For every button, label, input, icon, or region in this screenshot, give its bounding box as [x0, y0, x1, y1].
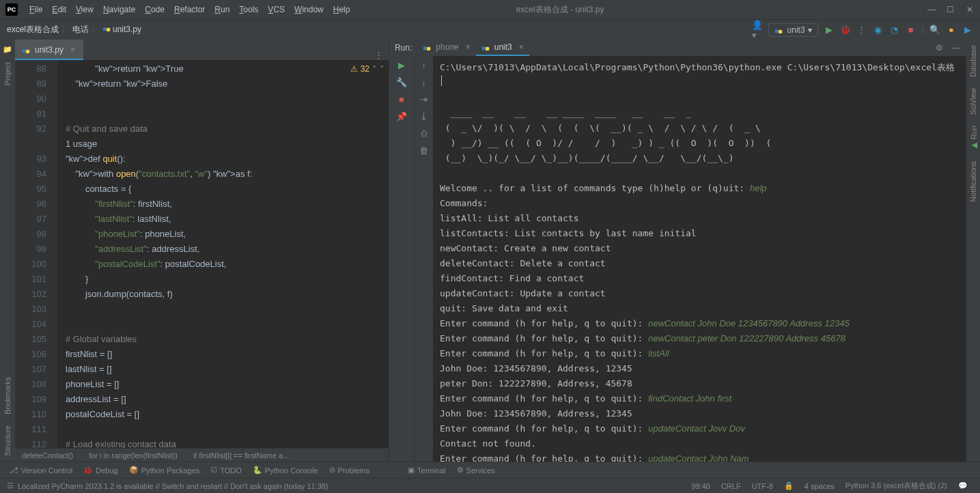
trash-icon[interactable]: 🗑: [419, 145, 428, 156]
code-crumb[interactable]: for i in range(len(firstNlist)): [89, 451, 178, 460]
stop-button-icon[interactable]: ■: [906, 25, 916, 36]
bottom-terminal[interactable]: ▣Terminal: [402, 466, 451, 475]
warnings-badge[interactable]: ⚠ 32: [350, 64, 369, 74]
coverage-icon[interactable]: ◉: [873, 25, 884, 36]
pyconsole-icon: 🐍: [253, 466, 262, 475]
close-icon[interactable]: ×: [466, 42, 471, 52]
rail-database[interactable]: Database: [969, 40, 977, 83]
rail-notifications[interactable]: Notifications: [969, 156, 977, 208]
run-settings-icon[interactable]: ⚙: [934, 42, 944, 53]
encoding[interactable]: UTF-8: [746, 482, 779, 490]
app-logo: PC: [5, 3, 18, 16]
chat-icon[interactable]: 💬: [953, 481, 973, 490]
bottom-todo[interactable]: ☑TODO: [205, 466, 247, 475]
maximize-button[interactable]: ☐: [946, 5, 955, 14]
code-area[interactable]: "kw">return "kw">True "kw">return "kw">F…: [57, 60, 389, 448]
inspection-nav[interactable]: ˄˅: [372, 64, 384, 74]
run-tab-unit3[interactable]: unit3 ×: [476, 40, 529, 56]
menu-code[interactable]: Code: [140, 5, 169, 14]
menu-run[interactable]: Run: [210, 5, 234, 14]
run-config-label: unit3: [787, 25, 805, 35]
nav-toolbar: excel表格合成〉电话〉unit3.py 👤▾ unit3 ▾ ▶ 🐞 ⋮ ◉…: [0, 19, 980, 40]
rerun-icon[interactable]: ▶: [398, 60, 405, 70]
debug-button-icon[interactable]: 🐞: [840, 25, 851, 36]
editor-menu-icon[interactable]: ⋮: [369, 50, 389, 60]
print-icon[interactable]: ⎙: [421, 128, 427, 139]
console-output[interactable]: C:\Users\71013\AppData\Local\Programs\Py…: [433, 56, 966, 462]
svg-rect-5: [26, 50, 29, 53]
run-tab-phone[interactable]: phone ×: [417, 40, 475, 56]
code-crumb[interactable]: deleteContact(): [22, 451, 73, 460]
rail-structure[interactable]: Structure: [3, 420, 12, 462]
menu-refactor[interactable]: Refactor: [169, 5, 210, 14]
pin-icon[interactable]: 📌: [396, 111, 407, 122]
python-icon: [22, 47, 30, 55]
more-run-icon[interactable]: ⋮: [856, 25, 867, 36]
bug-icon: 🐞: [83, 466, 93, 475]
editor-breadcrumb: deleteContact()〉for i in range(len(first…: [15, 448, 389, 462]
status-message: Localized PyCharm 2023.1.2 is available …: [18, 482, 328, 490]
rail-project[interactable]: Project: [3, 57, 12, 91]
scroll-end-icon[interactable]: ⤓: [420, 111, 428, 122]
profile-icon[interactable]: ◔: [889, 25, 900, 36]
run-button-icon[interactable]: ▶: [824, 25, 835, 36]
bottom-services[interactable]: ⚙Services: [451, 466, 501, 475]
breadcrumb-item[interactable]: unit3.py: [102, 25, 141, 34]
window-controls: — ☐ ✕: [927, 5, 975, 14]
svg-rect-2: [774, 29, 778, 33]
bottom-bug[interactable]: 🐞Debug: [78, 466, 123, 475]
close-button[interactable]: ✕: [965, 5, 975, 14]
readonly-lock-icon[interactable]: 🔒: [779, 481, 799, 490]
bottom-pyconsole[interactable]: 🐍Python Console: [247, 466, 324, 475]
menu-vcs[interactable]: VCS: [263, 5, 290, 14]
project-tool-icon[interactable]: 📁: [0, 42, 15, 57]
menu-view[interactable]: View: [71, 5, 98, 14]
editor-body[interactable]: ⚠ 32 ˄˅ 8889909192 939495969798991001011…: [15, 60, 389, 448]
close-tab-icon[interactable]: ×: [70, 45, 75, 55]
breadcrumb-item[interactable]: 电话: [72, 25, 89, 34]
rail-sciview[interactable]: SciView: [969, 83, 977, 120]
up-arrow-icon[interactable]: ↑: [421, 60, 426, 70]
indent[interactable]: 4 spaces: [799, 482, 840, 490]
menu-tools[interactable]: Tools: [234, 5, 263, 14]
code-crumb[interactable]: if firstNlist[i] == firstName a...: [193, 451, 290, 460]
bottom-problems[interactable]: ⊘Problems: [324, 466, 375, 475]
menu-help[interactable]: Help: [328, 5, 355, 14]
rail-bookmarks[interactable]: Bookmarks: [3, 371, 12, 420]
line-ending[interactable]: CRLF: [716, 482, 746, 490]
search-icon[interactable]: 🔍: [929, 25, 940, 36]
bottom-package[interactable]: 📦Python Packages: [124, 466, 206, 475]
breadcrumb: excel表格合成〉电话〉unit3.py: [7, 24, 141, 36]
caret-position[interactable]: 99:40: [686, 482, 716, 490]
run-config-selector[interactable]: unit3 ▾: [768, 23, 818, 37]
close-icon[interactable]: ×: [519, 42, 524, 52]
menu-navigate[interactable]: Navigate: [98, 5, 140, 14]
editor-tab-label: unit3.py: [35, 45, 64, 55]
run-label: Run:: [395, 43, 412, 53]
run-minimize-icon[interactable]: —: [950, 42, 961, 53]
right-tool-rail: Database SciView ▶ Run Notifications: [966, 40, 980, 462]
run-pane: Run: phone ×unit3 × ⚙ — ▶ 🔧 ■ 📌 ↑ ↓ ⇥ ⤓: [389, 40, 966, 462]
rail-run[interactable]: ▶ Run: [969, 120, 978, 156]
down-arrow-icon[interactable]: ↓: [421, 77, 426, 87]
python-icon: [774, 27, 783, 36]
minimize-button[interactable]: —: [927, 5, 936, 14]
stop-icon[interactable]: ■: [399, 94, 404, 104]
settings-sync-icon[interactable]: ▶: [962, 25, 973, 36]
svg-rect-6: [423, 46, 427, 50]
interpreter[interactable]: Python 3.6 (excel表格合成) (2): [840, 481, 953, 491]
soft-wrap-icon[interactable]: ⇥: [420, 94, 428, 104]
menu-file[interactable]: File: [25, 5, 47, 14]
breadcrumb-item[interactable]: excel表格合成: [7, 25, 59, 34]
menu-edit[interactable]: Edit: [47, 5, 71, 14]
wrench-icon[interactable]: 🔧: [396, 77, 407, 87]
bottom-branch[interactable]: ⎇Version Control: [4, 466, 78, 475]
menu-window[interactable]: Window: [290, 5, 328, 14]
hamburger-icon[interactable]: ☰: [7, 481, 14, 490]
editor-tab-unit3[interactable]: unit3.py ×: [15, 40, 83, 60]
run-toolbar-left: ▶ 🔧 ■ 📌: [389, 56, 414, 462]
update-available-icon[interactable]: ●: [946, 25, 957, 36]
svg-rect-0: [103, 27, 107, 31]
users-icon[interactable]: 👤▾: [752, 25, 763, 36]
main-area: 📁 Project Bookmarks Structure unit3.py ×…: [0, 40, 980, 462]
